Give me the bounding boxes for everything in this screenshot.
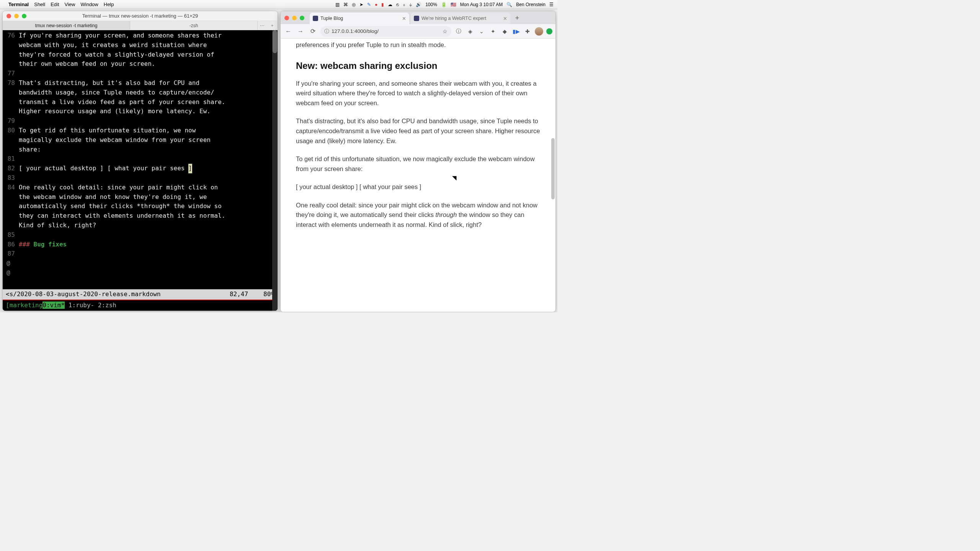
- page-text: To get rid of this unfortunate situation…: [296, 154, 540, 174]
- status-icon[interactable]: ▥: [335, 2, 340, 7]
- code-line: bandwidth usage, since Tuple needs to ca…: [3, 88, 278, 98]
- browser-new-tab-button[interactable]: +: [512, 13, 523, 23]
- code-line: webcam with you, it creates a weird situ…: [3, 41, 278, 50]
- bookmark-star-icon[interactable]: ☆: [443, 28, 448, 34]
- terminal-window: Terminal — tmux new-session -t marketing…: [2, 11, 278, 311]
- address-bar[interactable]: ⓘ 127.0.0.1:4000/blog/ ☆: [320, 26, 451, 37]
- page-scrollbar-thumb[interactable]: [551, 138, 555, 199]
- menubar-app-name[interactable]: Terminal: [8, 2, 29, 7]
- code-line: automatically send their clicks *through…: [3, 202, 278, 211]
- code-line: 85: [3, 230, 278, 240]
- status-icon[interactable]: ◎: [352, 2, 356, 7]
- status-icon[interactable]: ➤: [359, 2, 363, 7]
- tmux-windows: 1:ruby- 2:zsh: [65, 302, 116, 309]
- code-line: transmit a live video feed as part of yo…: [3, 98, 278, 107]
- window-controls: [284, 16, 304, 20]
- terminal-scrollbar[interactable]: [272, 30, 278, 311]
- profile-avatar[interactable]: [535, 27, 543, 36]
- site-info-icon[interactable]: ⓘ: [324, 28, 329, 35]
- tmux-active-window: 0:vim*: [42, 302, 65, 309]
- battery-icon[interactable]: 🔋: [441, 2, 447, 7]
- terminal-tab-1[interactable]: tmux new-session -t marketing: [3, 21, 130, 30]
- nav-reload-button[interactable]: ⟳: [308, 27, 317, 36]
- wifi-icon[interactable]: ⏚: [409, 2, 412, 7]
- volume-icon[interactable]: 🔊: [416, 2, 421, 7]
- page-scrollbar[interactable]: [550, 39, 555, 312]
- tab-close-button[interactable]: ✕: [402, 16, 406, 21]
- code-line: share:: [3, 145, 278, 155]
- window-zoom-button[interactable]: [22, 14, 26, 18]
- nav-back-button[interactable]: ←: [284, 27, 293, 36]
- extension-icon[interactable]: ✦: [489, 27, 497, 36]
- macos-menubar: Terminal Shell Edit View Window Help ▥ ⌘…: [0, 0, 557, 9]
- terminal-viewport[interactable]: 76If you're sharing your screen, and som…: [3, 30, 278, 311]
- window-close-button[interactable]: [7, 14, 11, 18]
- favicon-icon: [313, 16, 318, 21]
- menubar-clock[interactable]: Mon Aug 3 10:07 AM: [460, 2, 503, 7]
- menu-edit[interactable]: Edit: [51, 2, 59, 7]
- code-line: Higher resource usage and (likely) more …: [3, 107, 278, 116]
- status-icon[interactable]: ▮: [381, 2, 384, 7]
- extension-icon[interactable]: ◆: [500, 27, 509, 36]
- url-text: 127.0.0.1:4000/blog/: [332, 28, 379, 34]
- terminal-new-tab-button[interactable]: +: [267, 21, 278, 30]
- status-icon[interactable]: ☁︎: [388, 2, 392, 7]
- window-minimize-button[interactable]: [292, 16, 297, 20]
- window-zoom-button[interactable]: [300, 16, 304, 20]
- code-line: magically exclude the webcam window from…: [3, 135, 278, 145]
- code-line: 76If you're sharing your screen, and som…: [3, 31, 278, 41]
- code-line: the webcam window and not know they're d…: [3, 192, 278, 202]
- code-line: 79: [3, 116, 278, 126]
- status-icon[interactable]: ⌘: [343, 2, 348, 7]
- page-text: One really cool detail: since your pair …: [296, 201, 540, 230]
- editor-buffer[interactable]: 76If you're sharing your screen, and som…: [3, 31, 278, 289]
- shield-icon[interactable]: ◈: [466, 27, 474, 36]
- window-controls: [7, 14, 26, 18]
- status-icon[interactable]: ✎: [367, 2, 371, 7]
- pocket-icon[interactable]: ⌄: [477, 27, 486, 36]
- extensions-puzzle-icon[interactable]: ✚: [523, 27, 532, 36]
- toolbar-icon[interactable]: ⓘ: [454, 27, 463, 36]
- code-line: they can interact with elements undernea…: [3, 211, 278, 221]
- status-icon[interactable]: ⎋: [396, 2, 399, 7]
- mic-icon[interactable]: ●: [375, 2, 377, 7]
- code-line: 77: [3, 69, 278, 78]
- window-minimize-button[interactable]: [14, 14, 19, 18]
- vim-filename: <s/2020-08-03-august-2020-release.markdo…: [6, 290, 230, 299]
- menu-shell[interactable]: Shell: [34, 2, 45, 7]
- code-line: their own webcam feed on your screen.: [3, 59, 278, 69]
- extension-icon[interactable]: [546, 28, 552, 34]
- status-icon[interactable]: ⬨: [403, 2, 405, 7]
- code-line: 82[ your actual desktop ] [ what your pa…: [3, 164, 278, 173]
- terminal-scrollbar-thumb[interactable]: [273, 30, 277, 53]
- input-flag[interactable]: 🇺🇸: [451, 2, 456, 7]
- menu-window[interactable]: Window: [81, 2, 98, 7]
- code-line: 87: [3, 249, 278, 259]
- browser-page[interactable]: preferences if you prefer Tuple to run i…: [281, 39, 555, 312]
- terminal-tab-2[interactable]: -zsh: [130, 21, 258, 30]
- window-close-button[interactable]: [284, 16, 289, 20]
- page-heading: New: webcam sharing exclusion: [296, 59, 540, 73]
- vim-cursor-pos: 82,47: [230, 290, 248, 299]
- code-line: 83: [3, 173, 278, 183]
- menu-help[interactable]: Help: [104, 2, 114, 7]
- battery-pct[interactable]: 100%: [425, 2, 437, 7]
- code-line: 80To get rid of this unfortunate situati…: [3, 126, 278, 135]
- terminal-tab-overflow[interactable]: ⋯: [258, 21, 267, 30]
- browser-tab-active[interactable]: Tuple Blog ✕: [310, 13, 409, 24]
- tab-close-button[interactable]: ✕: [503, 16, 507, 21]
- mouse-cursor-icon: ◥: [452, 173, 457, 182]
- code-line: 78That's distracting, but it's also bad …: [3, 78, 278, 88]
- browser-tab-inactive[interactable]: We're hiring a WebRTC expert ✕: [411, 13, 510, 24]
- extension-icon[interactable]: ▮▶: [512, 27, 520, 36]
- menubar-username[interactable]: Ben Orenstein: [516, 2, 546, 7]
- browser-tabstrip: Tuple Blog ✕ We're hiring a WebRTC exper…: [281, 11, 555, 24]
- menubar-hamburger-icon[interactable]: ☰: [549, 2, 554, 7]
- terminal-titlebar[interactable]: Terminal — tmux new-session -t marketing…: [3, 11, 278, 21]
- code-line: they're forced to watch a slightly-delay…: [3, 50, 278, 60]
- nav-forward-button[interactable]: →: [296, 27, 305, 36]
- terminal-tabstrip: tmux new-session -t marketing -zsh ⋯ +: [3, 21, 278, 30]
- menu-view[interactable]: View: [65, 2, 75, 7]
- spotlight-icon[interactable]: 🔍: [506, 2, 512, 7]
- tab-title: We're hiring a WebRTC expert: [421, 16, 486, 21]
